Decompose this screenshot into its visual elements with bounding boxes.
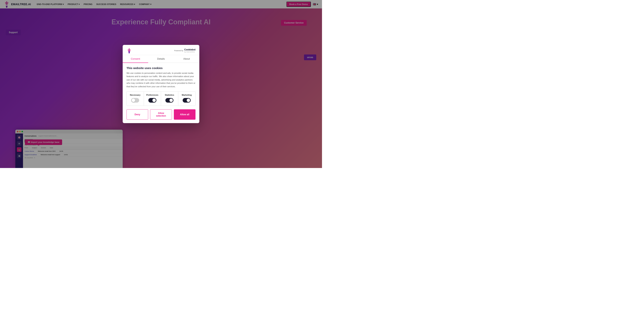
deny-button[interactable]: Deny [126,109,148,120]
modal-header: Powered by Cookiebot by Usercentrics [123,45,199,55]
modal-body: This website uses cookies We use cookies… [123,63,199,123]
modal-overlay: Powered by Cookiebot by Usercentrics Con… [0,0,322,168]
toggle-knob [132,99,135,102]
allow-selection-button[interactable]: Allow selection [150,109,172,120]
preferences-label: Preferences [146,94,160,96]
tab-consent[interactable]: Consent [123,55,148,63]
modal-description: We use cookies to personalize content an… [126,72,196,88]
svg-rect-13 [128,50,131,50]
toggle-preferences: Preferences [144,92,161,106]
usercentrics-text: by Usercentrics [184,51,196,53]
marketing-label: Marketing [180,94,194,96]
tab-details[interactable]: Details [148,55,174,63]
modal-actions: Deny Allow selection Allow all [126,109,196,120]
svg-rect-14 [128,51,130,51]
toggle-section: Necessary Preferences Statistics [126,91,196,106]
svg-rect-9 [128,52,130,53]
toggle-knob [152,99,156,102]
marketing-toggle[interactable] [183,98,191,103]
modal-title: This website uses cookies [126,66,196,70]
statistics-label: Statistics [162,94,176,96]
allow-all-button[interactable]: Allow all [174,109,196,120]
toggle-knob [170,99,173,102]
cookie-modal: Powered by Cookiebot by Usercentrics Con… [123,45,199,123]
powered-by: Powered by Cookiebot by Usercentrics [174,48,196,53]
tab-about[interactable]: About [174,55,199,63]
modal-logo-icon [126,48,132,53]
toggle-marketing: Marketing [178,92,196,106]
toggle-statistics: Statistics [161,92,178,106]
preferences-toggle[interactable] [148,98,156,103]
svg-point-15 [129,48,130,49]
toggle-knob [187,99,190,102]
necessary-toggle[interactable] [131,98,139,103]
necessary-label: Necessary [128,94,142,96]
modal-logo [126,48,132,53]
cookiebot-logo: Cookiebot [184,48,196,51]
modal-tabs: Consent Details About [123,55,199,63]
statistics-toggle[interactable] [166,98,174,103]
toggle-necessary: Necessary [127,92,144,106]
